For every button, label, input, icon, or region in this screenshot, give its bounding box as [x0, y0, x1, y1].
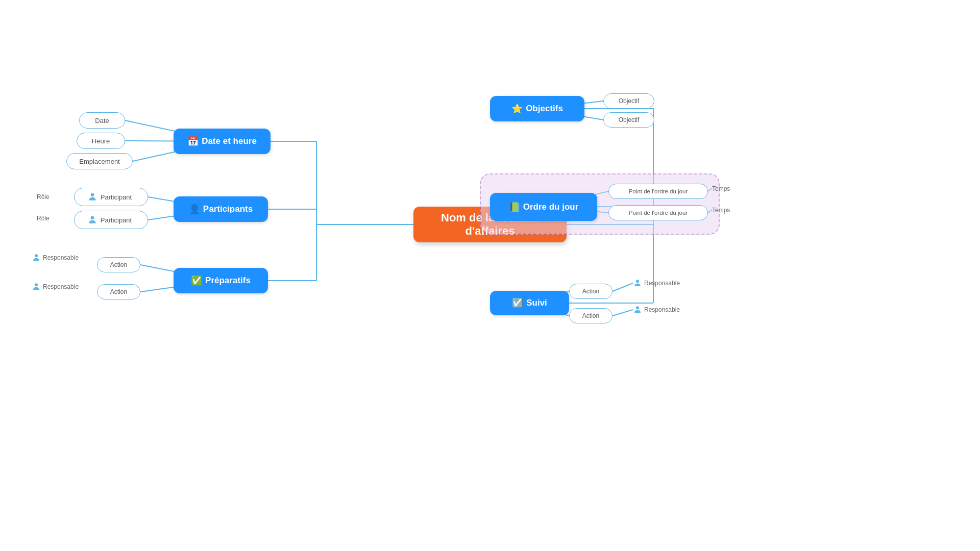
responsable1-icon: [32, 253, 41, 262]
responsable4-icon: [633, 305, 642, 314]
heure-label: Heure: [92, 137, 110, 145]
person-icon: 👤: [189, 204, 200, 215]
objectifs-label: Objectifs: [526, 104, 563, 114]
participants-label: Participants: [203, 204, 253, 214]
svg-point-20: [35, 283, 38, 286]
suivi-node[interactable]: ☑️ Suivi: [490, 291, 569, 315]
role2-label: Rôle: [37, 215, 50, 222]
person2-icon: [87, 215, 97, 225]
point1-leaf[interactable]: Point de l'ordre du jour: [608, 184, 708, 199]
objectif2-label: Objectif: [619, 116, 640, 123]
preparatifs-label: Préparatifs: [205, 276, 251, 286]
participant1-leaf[interactable]: Participant: [74, 188, 148, 206]
responsable2-icon: [32, 282, 41, 291]
responsable3-label: Responsable: [633, 279, 680, 288]
participants-node[interactable]: 👤 Participants: [174, 196, 268, 222]
date-heure-label: Date et heure: [202, 136, 257, 146]
point1-label: Point de l'ordre du jour: [629, 188, 688, 194]
svg-point-18: [90, 216, 94, 220]
date-heure-node[interactable]: 📅 Date et heure: [174, 129, 271, 154]
check-icon: ✅: [191, 275, 202, 286]
emplacement-label: Emplacement: [79, 158, 119, 165]
action1-prep-label: Action: [110, 261, 127, 268]
responsable4-label: Responsable: [633, 305, 680, 314]
svg-line-16: [612, 310, 633, 316]
action2-prep-leaf[interactable]: Action: [97, 284, 140, 299]
calendar-icon: 📅: [187, 136, 199, 147]
objectifs-node[interactable]: ⭐ Objectifs: [490, 96, 584, 121]
responsable1-label: Responsable: [32, 253, 79, 262]
date-label: Date: [95, 117, 109, 124]
suivi-label: Suivi: [526, 298, 547, 308]
ordre-du-jour-label: Ordre du jour: [523, 202, 579, 212]
responsable3-icon: [633, 279, 642, 288]
action2-prep-label: Action: [110, 288, 127, 295]
action1-suivi-label: Action: [582, 288, 599, 295]
point2-leaf[interactable]: Point de l'ordre du jour: [608, 205, 708, 220]
point2-label: Point de l'ordre du jour: [629, 210, 688, 216]
date-leaf[interactable]: Date: [79, 112, 125, 129]
participant1-label: Participant: [101, 193, 132, 201]
svg-point-22: [636, 306, 639, 309]
person1-icon: [87, 192, 97, 202]
temps2-label: Temps: [712, 207, 730, 214]
star-icon: ⭐: [511, 103, 523, 114]
book-icon: 📗: [509, 202, 520, 213]
action1-suivi-leaf[interactable]: Action: [569, 284, 612, 299]
objectif1-label: Objectif: [619, 97, 640, 105]
emplacement-leaf[interactable]: Emplacement: [66, 153, 133, 169]
action1-prep-leaf[interactable]: Action: [97, 257, 140, 272]
participant2-leaf[interactable]: Participant: [74, 211, 148, 229]
participant2-label: Participant: [101, 216, 132, 224]
heure-leaf[interactable]: Heure: [77, 133, 125, 149]
checkbox-icon: ☑️: [512, 297, 523, 309]
svg-line-15: [612, 283, 633, 291]
objectif2-leaf[interactable]: Objectif: [603, 112, 654, 128]
action2-suivi-leaf[interactable]: Action: [569, 308, 612, 323]
svg-point-19: [35, 254, 38, 257]
action2-suivi-label: Action: [582, 312, 599, 319]
preparatifs-node[interactable]: ✅ Préparatifs: [174, 268, 268, 293]
svg-point-21: [636, 280, 639, 283]
role1-label: Rôle: [37, 193, 50, 201]
temps1-label: Temps: [712, 185, 730, 192]
responsable2-label: Responsable: [32, 282, 79, 291]
svg-point-17: [90, 193, 94, 197]
ordre-du-jour-node[interactable]: 📗 Ordre du jour: [490, 193, 597, 221]
objectif1-leaf[interactable]: Objectif: [603, 93, 654, 109]
